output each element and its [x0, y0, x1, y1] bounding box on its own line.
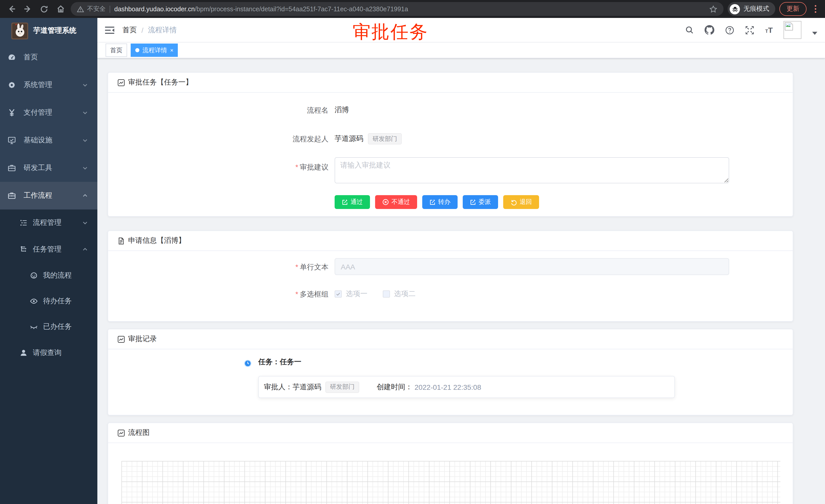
tab-process-detail[interactable]: 流程详情 × [131, 44, 178, 57]
briefcase-icon [8, 191, 16, 200]
breadcrumb-current: 流程详情 [148, 25, 177, 34]
monitor-icon [8, 136, 16, 145]
security-label: 不安全 [87, 5, 105, 13]
sidebar-item-leave-query[interactable]: 请假查询 [0, 340, 97, 366]
edit-icon [430, 199, 436, 205]
user-icon [19, 349, 28, 357]
sidebar-item-label: 请假查询 [33, 348, 62, 357]
back-icon[interactable] [5, 3, 17, 15]
url-host: dashboard.yudao.iocoder.cn [114, 5, 195, 12]
required-star: * [295, 262, 298, 271]
github-icon[interactable] [705, 25, 715, 35]
app-logo[interactable]: 芋道管理系统 [0, 18, 97, 44]
reload-icon[interactable] [38, 3, 50, 15]
breadcrumb-home[interactable]: 首页 [123, 25, 137, 34]
sidebar-item-payment[interactable]: 支付管理 [0, 99, 97, 127]
gear-icon [8, 81, 16, 89]
card-header: 流程图 [108, 423, 793, 443]
timeline-clock-icon [244, 359, 251, 367]
url-text[interactable]: dashboard.yudao.iocoder.cn/bpm/process-i… [114, 5, 705, 12]
forward-icon[interactable] [21, 3, 34, 15]
yen-icon [8, 108, 16, 117]
chevron-down-icon [82, 220, 88, 226]
card-header: 申请信息【滔博】 [108, 231, 793, 251]
breadcrumb-separator: / [141, 26, 144, 34]
sidebar-item-todo-tasks[interactable]: 待办任务 [0, 288, 97, 314]
fullscreen-icon[interactable] [745, 25, 755, 34]
font-size-icon[interactable]: TT [765, 26, 773, 34]
reject-button[interactable]: 不通过 [375, 195, 417, 209]
chevron-down-icon [82, 137, 88, 144]
card-title: 流程图 [128, 428, 150, 437]
sidebar-item-my-process[interactable]: 我的流程 [0, 263, 97, 288]
sidebar-item-task-mgmt[interactable]: 任务管理 [0, 236, 97, 263]
checkbox-group: 选项一 选项二 [334, 289, 416, 299]
field-label: 流程发起人 [108, 133, 334, 145]
bookmark-star-icon[interactable] [709, 5, 718, 13]
transfer-button[interactable]: 转办 [422, 195, 458, 209]
delegate-button[interactable]: 委派 [463, 195, 498, 209]
broken-image-icon [784, 22, 793, 31]
incognito-label: 无痕模式 [744, 5, 769, 13]
incognito-badge: 无痕模式 [728, 2, 775, 16]
home-icon[interactable] [54, 3, 67, 15]
bpmn-canvas[interactable] [122, 461, 780, 504]
incognito-icon [730, 4, 740, 14]
search-icon[interactable] [685, 26, 694, 34]
sidebar-item-label: 支付管理 [23, 108, 52, 117]
suggestion-row: *审批建议 [108, 157, 793, 183]
update-button[interactable]: 更新 [779, 2, 807, 16]
sidebar-item-home[interactable]: 首页 [0, 44, 97, 71]
sidebar-item-infra[interactable]: 基础设施 [0, 127, 97, 154]
sidebar-item-system[interactable]: 系统管理 [0, 71, 97, 99]
sidebar-item-label: 系统管理 [23, 80, 52, 90]
screen: 不安全 dashboard.yudao.iocoder.cn/bpm/proce… [0, 0, 825, 504]
help-icon[interactable] [725, 25, 735, 34]
avatar-caret-icon[interactable] [812, 31, 817, 34]
field-label: 流程名 [108, 104, 334, 116]
tab-home[interactable]: 首页 [105, 44, 127, 57]
suggestion-textarea[interactable] [334, 157, 729, 183]
sidebar-item-label: 研发工具 [23, 163, 52, 173]
dept-tag: 研发部门 [325, 381, 359, 393]
url-path: /bpm/process-instance/detail?id=54aa251f… [195, 5, 408, 12]
security-status[interactable]: 不安全 [77, 5, 105, 13]
field-label: *多选框组 [108, 288, 334, 300]
sidebar-toggle-icon[interactable] [105, 26, 114, 34]
sidebar-item-devtools[interactable]: 研发工具 [0, 154, 97, 182]
logo-rabbit-image [11, 22, 28, 39]
eye-open-icon [30, 297, 38, 305]
approve-button[interactable]: 通过 [334, 195, 370, 209]
return-button[interactable]: 退回 [503, 195, 539, 209]
sidebar-item-label: 首页 [23, 53, 38, 62]
avatar[interactable] [783, 21, 802, 39]
card-header: 审批任务【任务一】 [108, 73, 793, 93]
record-detail-card: 审批人：芋道源码 研发部门 创建时间： 2022-01-21 22:35:08 [258, 376, 675, 398]
divider [110, 5, 110, 12]
chevron-up-icon [82, 246, 88, 253]
sidebar-item-label: 流程管理 [33, 218, 62, 228]
undo-icon [510, 199, 517, 205]
sidebar-item-done-tasks[interactable]: 已办任务 [0, 314, 97, 340]
list-tree-icon [19, 219, 28, 227]
circle-x-icon [382, 199, 389, 205]
sidebar-item-process-mgmt[interactable]: 流程管理 [0, 209, 97, 236]
edit-icon [470, 199, 476, 205]
task-title: 任务：任务一 [258, 357, 301, 367]
single-text-input: AAA [334, 258, 729, 275]
chart-square-icon [117, 79, 125, 86]
created-label: 创建时间： [377, 383, 412, 392]
sidebar-item-label: 基础设施 [23, 136, 52, 145]
browser-menu-icon[interactable] [811, 4, 820, 14]
process-name-value: 滔博 [334, 105, 349, 115]
sidebar-item-workflow[interactable]: 工作流程 [0, 182, 97, 209]
address-bar[interactable]: 不安全 dashboard.yudao.iocoder.cn/bpm/proce… [71, 2, 724, 16]
close-icon[interactable]: × [170, 48, 173, 53]
active-dot [135, 48, 139, 52]
tags-view-bar: 首页 流程详情 × [97, 43, 825, 58]
field-label: *审批建议 [108, 157, 334, 173]
edit-icon [342, 199, 348, 205]
briefcase-icon [8, 164, 16, 172]
card-header: 审批记录 [108, 329, 793, 349]
chevron-down-icon [82, 165, 88, 171]
